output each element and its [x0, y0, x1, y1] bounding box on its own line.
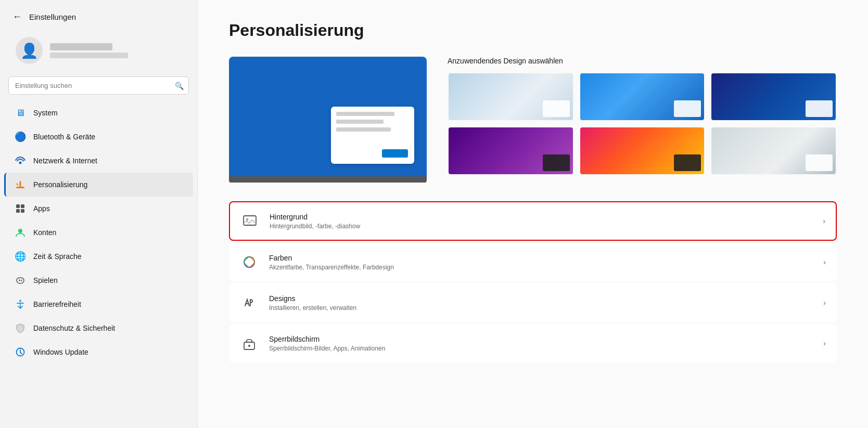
sidebar-header: ← Einstellungen [0, 0, 197, 29]
colors-title: Farben [269, 254, 813, 262]
sidebar-label-update: Windows Update [33, 348, 88, 356]
lockscreen-subtitle: Sperrbildschirm-Bilder, Apps, Animatione… [269, 345, 813, 352]
theme-mini-win-light2 [674, 100, 701, 117]
lockscreen-icon [240, 334, 259, 353]
sidebar: ← Einstellungen 👤 🔍 🖥 System 🔵 Bluetooth… [0, 0, 198, 428]
settings-item-designs[interactable]: Designs Installieren, erstellen, verwalt… [229, 283, 837, 322]
sidebar-item-network[interactable]: Netzwerk & Internet [4, 149, 193, 173]
sidebar-item-bluetooth[interactable]: 🔵 Bluetooth & Geräte [4, 125, 193, 149]
svg-rect-2 [20, 181, 21, 187]
sidebar-item-system[interactable]: 🖥 System [4, 101, 193, 125]
designs-title: Designs [269, 294, 813, 303]
theme-card-light1[interactable] [448, 72, 574, 121]
user-email [50, 53, 128, 58]
theme-mini-win-flowers [674, 154, 701, 171]
theme-thumb-light2 [580, 73, 705, 120]
lockscreen-text: Sperrbildschirm Sperrbildschirm-Bilder, … [269, 335, 813, 352]
theme-card-light2[interactable] [579, 72, 706, 121]
preview-window [331, 107, 414, 164]
theme-thumb-purple [449, 127, 573, 174]
theme-card-flowers[interactable] [579, 126, 706, 175]
sidebar-item-apps[interactable]: Apps [4, 197, 193, 221]
designs-icon [240, 293, 259, 312]
svg-point-16 [246, 218, 249, 221]
user-icon: 👤 [20, 42, 39, 59]
theme-card-purple[interactable] [448, 126, 574, 175]
search-box: 🔍 [8, 76, 189, 95]
svg-rect-4 [16, 204, 20, 208]
sidebar-label-network: Netzwerk & Internet [33, 157, 97, 165]
user-name [50, 43, 112, 50]
designs-text: Designs Installieren, erstellen, verwalt… [269, 294, 813, 312]
settings-list: Hintergrund Hintergrundbild, -farbe, -di… [229, 201, 837, 365]
sidebar-label-privacy: Datenschutz & Sicherheit [33, 324, 115, 332]
theme-grid-title: Anzuwendendes Design auswählen [448, 57, 837, 65]
preview-monitor [229, 57, 427, 176]
svg-point-19 [248, 345, 250, 347]
designs-chevron: › [823, 299, 826, 307]
page-title: Personalisierung [229, 21, 837, 40]
user-info [50, 43, 128, 58]
sidebar-item-privacy[interactable]: Datenschutz & Sicherheit [4, 316, 193, 340]
background-title: Hintergrund [270, 213, 812, 221]
search-input[interactable] [8, 76, 189, 95]
system-icon: 🖥 [15, 107, 26, 119]
background-chevron: › [823, 217, 825, 225]
back-button[interactable]: ← [10, 9, 24, 24]
theme-mini-win-grey [806, 154, 833, 171]
theme-card-dark[interactable] [710, 72, 837, 121]
sidebar-label-gaming: Spielen [33, 276, 58, 284]
sidebar-item-accounts[interactable]: Konten [4, 221, 193, 244]
search-icon: 🔍 [175, 82, 184, 90]
svg-rect-15 [244, 216, 256, 225]
theme-section: Anzuwendendes Design auswählen [229, 57, 837, 183]
svg-point-0 [19, 162, 22, 164]
preview-area [229, 57, 427, 183]
theme-mini-win-dark [806, 100, 833, 117]
theme-thumb-light1 [449, 73, 573, 120]
gaming-icon [15, 275, 26, 286]
avatar: 👤 [16, 37, 43, 64]
colors-subtitle: Akzentfarbe, Transparenzeffekte, Farbdes… [269, 264, 813, 271]
personalize-icon [15, 179, 26, 190]
preview-line-3 [336, 127, 391, 132]
sidebar-item-personalize[interactable]: Personalisierung [4, 173, 193, 197]
svg-rect-5 [21, 204, 24, 208]
sidebar-item-time[interactable]: 🌐 Zeit & Sprache [4, 244, 193, 268]
sidebar-item-update[interactable]: Windows Update [4, 340, 193, 364]
sidebar-label-accounts: Konten [33, 228, 56, 237]
svg-rect-3 [16, 183, 19, 186]
sidebar-label-time: Zeit & Sprache [33, 252, 82, 261]
settings-item-background[interactable]: Hintergrund Hintergrundbild, -farbe, -di… [229, 201, 837, 241]
svg-point-12 [21, 280, 22, 281]
svg-rect-6 [16, 209, 20, 213]
sidebar-item-accessibility[interactable]: Barrierefreiheit [4, 292, 193, 316]
app-title: Einstellungen [29, 12, 76, 21]
apps-icon [15, 203, 26, 214]
monitor-base [229, 176, 427, 183]
network-icon [15, 155, 26, 166]
background-icon [240, 212, 259, 230]
svg-point-8 [18, 229, 22, 233]
bluetooth-icon: 🔵 [15, 131, 26, 142]
background-subtitle: Hintergrundbild, -farbe, -diashow [270, 223, 812, 230]
accessibility-icon [15, 299, 26, 310]
lockscreen-title: Sperrbildschirm [269, 335, 813, 343]
theme-grid [448, 72, 837, 175]
sidebar-label-personalize: Personalisierung [33, 180, 87, 189]
theme-card-grey[interactable] [710, 126, 837, 175]
theme-thumb-grey [711, 127, 836, 174]
lockscreen-chevron: › [823, 339, 826, 347]
user-profile[interactable]: 👤 [5, 29, 192, 72]
theme-mini-win-light1 [543, 100, 570, 117]
settings-item-colors[interactable]: Farben Akzentfarbe, Transparenzeffekte, … [229, 243, 837, 281]
time-icon: 🌐 [15, 251, 26, 262]
theme-mini-win-purple [543, 154, 570, 171]
settings-item-lockscreen[interactable]: Sperrbildschirm Sperrbildschirm-Bilder, … [229, 324, 837, 362]
svg-rect-7 [21, 209, 24, 213]
sidebar-item-gaming[interactable]: Spielen [4, 268, 193, 292]
designs-subtitle: Installieren, erstellen, verwalten [269, 304, 813, 312]
sidebar-label-system: System [33, 109, 58, 117]
preview-line-1 [336, 112, 394, 116]
colors-chevron: › [823, 258, 826, 266]
